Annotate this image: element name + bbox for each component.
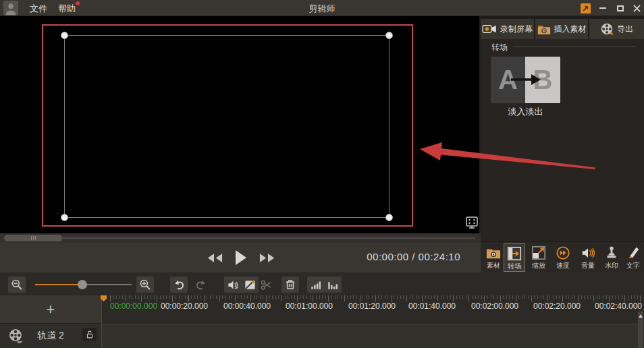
scroll-up-icon <box>639 314 643 318</box>
player-timecode: 00:00:00 / 00:24:10 <box>367 251 460 262</box>
right-panel: 录制屏幕 插入素材 导出 转场 A B <box>481 16 644 272</box>
close-button[interactable] <box>629 2 644 14</box>
bars-ascending-icon <box>310 279 322 291</box>
tab-zoom[interactable]: 缩放 <box>528 243 549 272</box>
app-window: 文件 帮助 剪辑师 <box>0 0 644 348</box>
transition-item-label: 淡入淡出 <box>481 106 570 118</box>
transition-icon <box>507 246 522 261</box>
tab-zoom-label: 缩放 <box>532 261 545 270</box>
timeline-vertical-scrollbar[interactable] <box>638 312 643 348</box>
selection-handle-bottom-right[interactable] <box>385 214 393 221</box>
selection-box[interactable] <box>64 35 390 218</box>
timeline-zoom-slider-handle[interactable] <box>78 280 87 289</box>
insert-material-icon <box>537 24 551 35</box>
timeline-ruler[interactable]: 00:00:00.000 00:00:20.000 00:00:40.000 0… <box>101 295 644 316</box>
volume-ramp-up-button[interactable] <box>307 277 325 293</box>
volume-icon <box>581 245 595 260</box>
edit-clip-button[interactable] <box>241 277 259 293</box>
trash-icon <box>284 279 296 291</box>
volume-ramp-down-button[interactable] <box>324 277 342 293</box>
tab-text-label: 文字 <box>626 261 640 270</box>
ruler-label: 00:02:00.000 <box>464 301 525 311</box>
play-icon <box>235 250 247 265</box>
play-button[interactable] <box>230 248 252 267</box>
redo-button[interactable] <box>192 277 209 293</box>
minimize-button[interactable] <box>595 2 610 14</box>
tab-material[interactable]: 素材 <box>483 243 504 272</box>
track-lane[interactable] <box>102 324 638 348</box>
export-button[interactable]: 导出 <box>589 19 644 39</box>
zoom-in-icon <box>139 279 151 291</box>
scissors-icon <box>260 279 273 291</box>
timeline-zoom-in-button[interactable] <box>136 277 154 293</box>
record-screen-button[interactable]: 录制屏幕 <box>481 19 535 39</box>
undo-button[interactable] <box>170 277 188 293</box>
export-label: 导出 <box>617 24 633 35</box>
selection-handle-top-left[interactable] <box>61 32 68 39</box>
unlock-icon <box>85 330 95 339</box>
window-title: 剪辑师 <box>0 3 644 15</box>
tool-tabs-bar: 素材 转场 缩放 <box>481 241 644 272</box>
insert-material-button[interactable]: 插入素材 <box>535 19 589 39</box>
preview-scrollbar-track[interactable] <box>61 237 475 239</box>
tab-watermark[interactable]: 水印 <box>601 243 622 272</box>
selection-handle-top-right[interactable] <box>385 32 393 39</box>
ruler-label: 00:00:20.000 <box>154 301 215 311</box>
tab-text[interactable]: 文字 <box>622 243 644 272</box>
timeline-area: + 轨道 2 00:00:00.000 00:0 <box>0 272 644 348</box>
fit-screen-button[interactable] <box>465 216 480 231</box>
material-icon <box>486 245 501 260</box>
rewind-button[interactable] <box>203 248 226 267</box>
export-icon <box>600 22 614 36</box>
a-to-b-arrow-icon <box>510 73 542 86</box>
close-icon <box>633 5 641 12</box>
mute-clip-button[interactable] <box>224 277 242 293</box>
ruler-label: 00:02:20.000 <box>527 301 587 311</box>
capture-icon <box>581 3 591 13</box>
track-header[interactable]: 轨道 2 <box>0 324 101 348</box>
zoom-out-icon <box>11 279 23 291</box>
rewind-icon <box>207 253 223 263</box>
speed-icon <box>556 245 570 260</box>
transitions-section-title: 转场 <box>491 42 508 53</box>
preview-scrollbar-handle[interactable] <box>4 235 62 241</box>
add-track-button[interactable]: + <box>0 295 101 324</box>
track-lock-button[interactable] <box>82 328 97 341</box>
tab-speed[interactable]: 速度 <box>552 243 574 272</box>
bars-descending-icon <box>327 279 339 291</box>
timeline-zoom-out-button[interactable] <box>8 277 26 293</box>
delete-clip-button[interactable] <box>281 277 299 293</box>
selection-handle-bottom-left[interactable] <box>61 214 68 221</box>
ruler-major-ticks <box>110 295 643 301</box>
record-screen-label: 录制屏幕 <box>500 24 533 35</box>
maximize-button[interactable] <box>613 2 628 14</box>
fast-forward-icon <box>259 253 275 263</box>
preview-viewport[interactable] <box>0 16 481 233</box>
speaker-icon <box>227 279 240 291</box>
fast-forward-button[interactable] <box>256 248 279 267</box>
player-bar: 00:00:00 / 00:24:10 <box>0 243 481 272</box>
tab-material-label: 素材 <box>487 261 500 270</box>
minimize-icon <box>599 7 606 9</box>
timeline-zoom-slider-fill <box>35 284 82 285</box>
ruler-label: 00:00:40.000 <box>217 301 277 311</box>
section-divider <box>513 47 636 47</box>
add-track-label: + <box>47 301 55 318</box>
tab-transition[interactable]: 转场 <box>504 243 525 272</box>
tab-volume[interactable]: 音量 <box>577 243 599 272</box>
undo-icon <box>173 279 186 291</box>
split-clip-button[interactable] <box>257 277 275 293</box>
fit-screen-icon <box>465 216 479 229</box>
record-screen-icon <box>482 24 497 34</box>
transition-fade-item[interactable]: A B <box>491 57 560 103</box>
screenshot-tool-button[interactable] <box>578 2 593 14</box>
watermark-stamp-icon <box>604 245 619 260</box>
tab-speed-label: 速度 <box>556 261 570 270</box>
text-pencil-icon <box>626 245 641 260</box>
tab-transition-label: 转场 <box>508 262 521 271</box>
title-bar: 文件 帮助 剪辑师 <box>0 0 644 16</box>
insert-material-label: 插入素材 <box>554 24 587 35</box>
redo-icon <box>194 279 207 291</box>
ruler-label: 00:01:40.000 <box>402 301 462 311</box>
ruler-label: 00:01:20.000 <box>342 301 402 311</box>
